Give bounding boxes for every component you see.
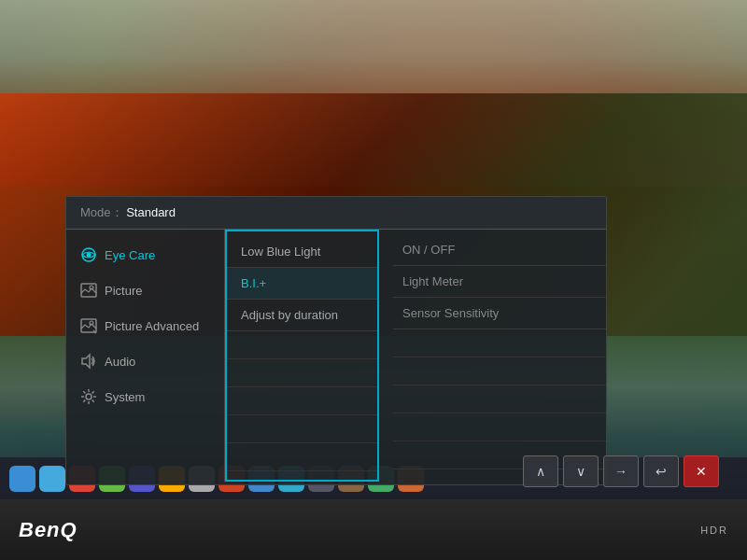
option-sensor-sensitivity[interactable]: Sensor Sensitivity (393, 298, 606, 329)
option-light-meter[interactable]: Light Meter (393, 266, 606, 298)
dock-icon-safari[interactable] (39, 466, 65, 492)
sidebar-item-eye-care[interactable]: Eye Care (66, 237, 224, 273)
picture-advanced-label: Picture Advanced (105, 319, 199, 333)
mode-value: Standard (126, 205, 176, 219)
option-empty-2 (393, 357, 606, 385)
menu-submenu: Low Blue Light B.I.+ Adjust by duration (225, 230, 379, 482)
submenu-adjust-by-duration[interactable]: Adjust by duration (227, 300, 377, 331)
sidebar-item-picture-advanced[interactable]: Picture Advanced (66, 308, 224, 343)
picture-advanced-icon (80, 317, 97, 334)
submenu-low-blue-light[interactable]: Low Blue Light (227, 236, 377, 268)
menu-options: ON / OFF Light Meter Sensor Sensitivity (379, 230, 606, 482)
system-label: System (105, 390, 145, 404)
option-empty-3 (393, 385, 606, 413)
audio-label: Audio (105, 355, 135, 369)
sidebar-item-audio[interactable]: Audio (66, 343, 224, 379)
audio-icon (80, 353, 97, 370)
picture-label: Picture (105, 284, 142, 298)
svg-marker-7 (82, 355, 90, 368)
nav-up-button[interactable]: ∧ (523, 455, 558, 487)
hdr-badge: HDR (700, 525, 728, 536)
nav-buttons: ∧ ∨ → ↩ ✕ (523, 455, 719, 487)
svg-point-8 (86, 394, 92, 399)
option-empty-4 (393, 413, 606, 441)
menu-sidebar: Eye Care Picture (66, 230, 225, 482)
dock-icon-finder[interactable] (9, 466, 35, 492)
system-icon (80, 388, 97, 405)
eye-care-icon (80, 246, 97, 263)
nav-right-button[interactable]: → (603, 455, 639, 487)
nav-down-button[interactable]: ∨ (563, 455, 599, 487)
submenu-empty-2 (227, 359, 377, 387)
submenu-empty-1 (227, 331, 377, 359)
option-empty-1 (393, 329, 606, 357)
submenu-bi-plus[interactable]: B.I.+ (227, 268, 377, 300)
submenu-empty-3 (227, 387, 377, 415)
brand-logo: BenQ (19, 518, 78, 542)
sidebar-item-picture[interactable]: Picture (66, 273, 224, 308)
monitor-bezel: BenQ HDR (0, 499, 747, 560)
eye-care-label: Eye Care (105, 248, 155, 262)
submenu-empty-4 (227, 415, 377, 443)
sidebar-item-system[interactable]: System (66, 379, 224, 414)
svg-point-1 (87, 253, 92, 258)
picture-icon (80, 282, 97, 299)
osd-menu: Mode： Standard Eye Care (65, 196, 607, 485)
mode-bar: Mode： Standard (66, 197, 606, 230)
option-on-off[interactable]: ON / OFF (393, 234, 606, 266)
mode-label: Mode： (80, 205, 123, 219)
submenu-empty-5 (227, 443, 377, 471)
nav-close-button[interactable]: ✕ (684, 455, 719, 487)
menu-layout: Eye Care Picture (66, 230, 606, 482)
nav-back-button[interactable]: ↩ (643, 455, 679, 487)
